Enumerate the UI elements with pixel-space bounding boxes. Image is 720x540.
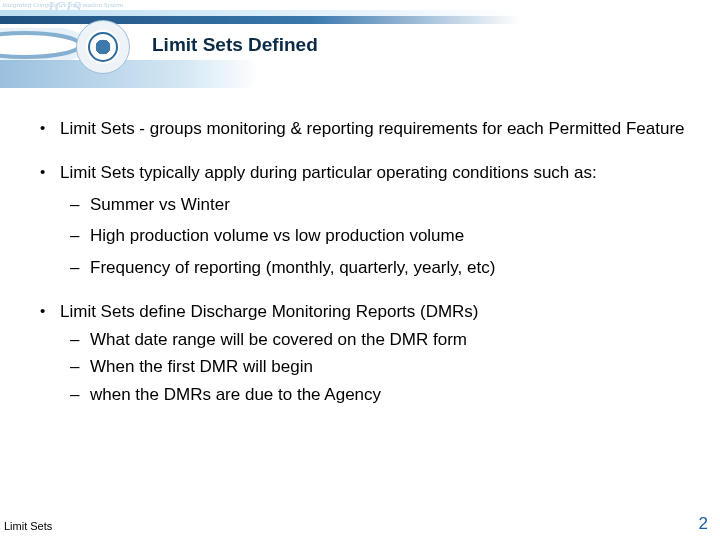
footer-label: Limit Sets — [4, 520, 52, 532]
epa-seal-icon — [76, 20, 130, 74]
bullet-list-level1: Limit Sets - groups monitoring & reporti… — [36, 118, 698, 406]
slide-title: Limit Sets Defined — [152, 34, 318, 56]
bullet-item: Limit Sets typically apply during partic… — [36, 162, 698, 279]
decorative-band-mid — [0, 60, 260, 88]
bullet-item: Limit Sets - groups monitoring & reporti… — [36, 118, 698, 140]
sub-bullet-text: What date range will be covered on the D… — [90, 330, 467, 349]
sub-bullet-text: High production volume vs low production… — [90, 226, 464, 245]
sub-bullet-text: Frequency of reporting (monthly, quarter… — [90, 258, 495, 277]
bullet-text: Limit Sets define Discharge Monitoring R… — [60, 302, 479, 321]
bullet-text: Limit Sets typically apply during partic… — [60, 163, 597, 182]
decorative-band-dark — [0, 16, 520, 24]
sub-bullet-text: when the DMRs are due to the Agency — [90, 385, 381, 404]
sub-bullet-item: High production volume vs low production… — [60, 225, 698, 247]
slide: Integrated Compliance Information System… — [0, 0, 720, 540]
sub-bullet-item: What date range will be covered on the D… — [60, 329, 698, 351]
sub-bullet-item: Frequency of reporting (monthly, quarter… — [60, 257, 698, 279]
sub-bullet-text: When the first DMR will begin — [90, 357, 313, 376]
sub-bullet-item: Summer vs Winter — [60, 194, 698, 216]
epa-seal-inner — [88, 32, 118, 62]
bullet-list-level2: What date range will be covered on the D… — [60, 329, 698, 406]
page-number: 2 — [699, 514, 708, 534]
slide-content: Limit Sets - groups monitoring & reporti… — [36, 118, 698, 490]
header-band: Integrated Compliance Information System… — [0, 0, 720, 90]
sub-bullet-item: When the first DMR will begin — [60, 356, 698, 378]
bullet-text: Limit Sets - groups monitoring & reporti… — [60, 119, 685, 138]
bullet-list-level2: Summer vs Winter High production volume … — [60, 194, 698, 279]
sub-bullet-text: Summer vs Winter — [90, 195, 230, 214]
bullet-item: Limit Sets define Discharge Monitoring R… — [36, 301, 698, 406]
svg-point-1 — [0, 33, 80, 57]
sub-bullet-item: when the DMRs are due to the Agency — [60, 384, 698, 406]
